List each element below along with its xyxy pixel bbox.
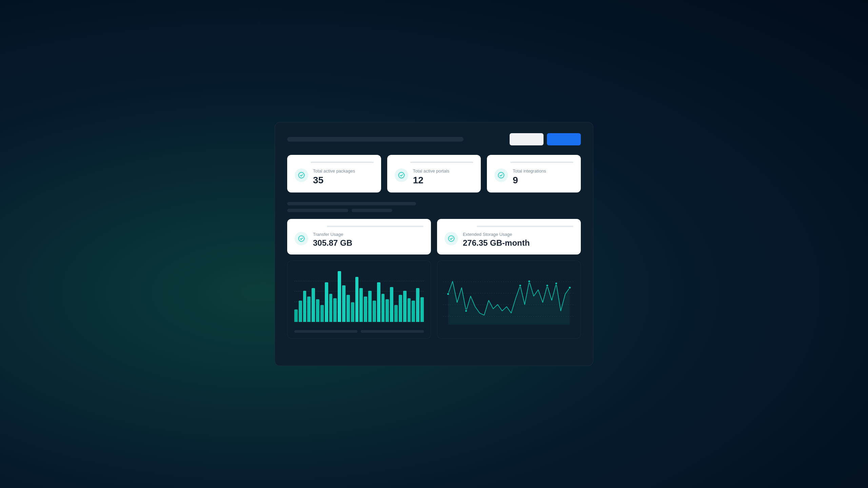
usage-card-content-storage: Extended Storage Usage 276.35 GB-month <box>445 232 573 248</box>
bar-27 <box>412 301 415 322</box>
bar-13 <box>351 302 354 322</box>
usage-card-bar-storage <box>477 226 573 227</box>
dashboard: Total active packages 35 Total active po… <box>275 122 593 366</box>
stat-label-packages: Total active packages <box>313 168 355 174</box>
usage-value-storage: 276.35 GB-month <box>463 238 530 248</box>
svg-point-15 <box>465 310 467 312</box>
stat-text-storage: Extended Storage Usage 276.35 GB-month <box>463 232 530 248</box>
stat-card-integrations: Total integrations 9 <box>487 155 581 192</box>
bar-25 <box>403 291 407 322</box>
bar-chart-card <box>287 261 431 339</box>
secondary-button[interactable] <box>510 133 544 145</box>
chart-bottom-labels <box>293 330 425 333</box>
primary-button[interactable] <box>547 133 581 145</box>
search-bar-placeholder <box>287 137 463 142</box>
stat-card-content-integrations: Total integrations 9 <box>494 168 573 186</box>
bar-17 <box>368 291 372 322</box>
stat-card-bar-portals <box>410 162 473 163</box>
svg-point-1 <box>298 172 305 179</box>
usage-card-transfer: Transfer Usage 305.87 GB <box>287 219 431 255</box>
svg-point-17 <box>528 280 530 283</box>
badge-check-transfer-icon <box>298 235 305 242</box>
stat-label-portals: Total active portals <box>413 168 450 174</box>
svg-point-8 <box>449 236 454 242</box>
usage-card-bar-transfer <box>327 226 423 227</box>
svg-point-18 <box>546 284 549 287</box>
stat-text-integrations: Total integrations 9 <box>513 168 546 186</box>
stat-card-portals: Total active portals 12 <box>387 155 481 192</box>
badge-check-portals-icon <box>398 171 405 179</box>
svg-point-3 <box>398 172 405 179</box>
stat-value-portals: 12 <box>413 175 450 186</box>
bar-23 <box>394 305 398 322</box>
stat-text-transfer: Transfer Usage 305.87 GB <box>313 232 352 248</box>
section-heading-bar <box>287 202 416 205</box>
charts-row <box>287 261 581 339</box>
bar-11 <box>342 285 346 322</box>
stat-label-integrations: Total integrations <box>513 168 546 174</box>
badge-icon-packages <box>295 168 308 182</box>
bar-18 <box>373 301 376 322</box>
stat-card-bar <box>311 162 374 163</box>
svg-point-9 <box>448 235 455 242</box>
stat-text-packages: Total active packages 35 <box>313 168 355 186</box>
bar-26 <box>408 298 411 322</box>
bar-29 <box>420 297 424 322</box>
stat-value-packages: 35 <box>313 175 355 186</box>
bar-15 <box>359 288 363 322</box>
usage-card-content-transfer: Transfer Usage 305.87 GB <box>295 232 423 248</box>
line-chart-card <box>437 261 581 339</box>
bar-chart <box>293 268 425 329</box>
bar-7 <box>325 282 328 322</box>
bar-1 <box>299 301 302 322</box>
badge-icon-storage <box>445 232 458 245</box>
line-chart-svg <box>443 268 575 329</box>
bar-10 <box>338 271 341 322</box>
bar-22 <box>390 287 393 322</box>
bar-4 <box>312 288 315 322</box>
bar-6 <box>320 305 324 322</box>
svg-point-16 <box>519 284 521 287</box>
bar-19 <box>377 282 380 322</box>
badge-check-integrations-icon <box>497 171 505 179</box>
svg-point-19 <box>555 282 557 285</box>
bar-2 <box>303 291 307 322</box>
svg-point-0 <box>299 172 304 178</box>
badge-icon-transfer <box>295 232 308 245</box>
stat-card-packages: Total active packages 35 <box>287 155 381 192</box>
bars-wrapper <box>294 271 424 322</box>
svg-point-6 <box>299 236 304 242</box>
section-subheading-bars <box>287 209 581 212</box>
svg-point-4 <box>498 172 504 178</box>
bar-3 <box>307 297 311 322</box>
svg-point-7 <box>298 235 305 242</box>
bar-20 <box>381 294 385 322</box>
usage-label-transfer: Transfer Usage <box>313 232 352 237</box>
bar-16 <box>364 297 367 322</box>
stats-row: Total active packages 35 Total active po… <box>287 155 581 192</box>
usage-row: Transfer Usage 305.87 GB Extended Storag… <box>287 219 581 255</box>
header-row <box>287 133 581 145</box>
bar-14 <box>355 277 359 322</box>
stat-text-portals: Total active portals 12 <box>413 168 450 186</box>
svg-point-14 <box>447 293 449 295</box>
badge-check-icon <box>298 171 305 179</box>
bar-21 <box>386 299 389 322</box>
bar-5 <box>316 299 319 322</box>
section-sub-bar-2 <box>352 209 392 212</box>
bar-28 <box>416 288 419 322</box>
bar-9 <box>333 298 337 322</box>
stat-card-content-portals: Total active portals 12 <box>395 168 474 186</box>
badge-check-storage-icon <box>448 235 455 242</box>
svg-point-2 <box>398 172 404 178</box>
bar-8 <box>329 294 333 322</box>
svg-point-5 <box>498 172 505 179</box>
stat-card-bar-integrations <box>510 162 573 163</box>
bar-24 <box>399 295 402 322</box>
usage-value-transfer: 305.87 GB <box>313 238 352 248</box>
chart-bottom-label-2 <box>361 330 424 333</box>
section-sub-bar-1 <box>287 209 348 212</box>
bar-12 <box>347 295 350 322</box>
stat-card-content: Total active packages 35 <box>295 168 374 186</box>
stat-value-integrations: 9 <box>513 175 546 186</box>
